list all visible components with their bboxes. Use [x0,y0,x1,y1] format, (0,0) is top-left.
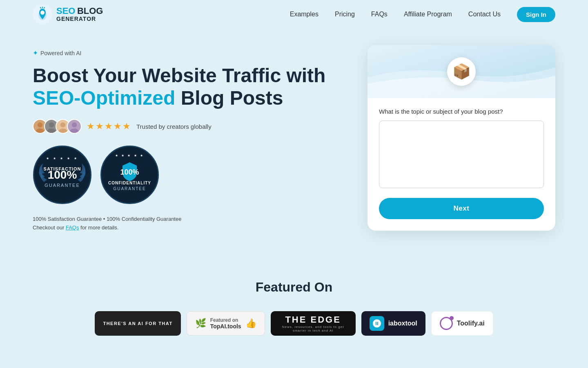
logo-blog-label: BLOG [77,6,103,16]
featured-logo-toolify: Toolify.ai [431,311,493,336]
svg-text:GUARANTEE: GUARANTEE [45,183,80,188]
nav-examples[interactable]: Examples [290,11,318,18]
svg-point-12 [72,123,77,128]
svg-line-4 [44,7,45,8]
svg-text:100%: 100% [120,168,139,176]
blog-topic-textarea[interactable] [379,121,544,188]
svg-text:CONFIDENTIALITY: CONFIDENTIALITY [108,181,151,185]
faqs-link[interactable]: FAQs [66,224,79,231]
svg-point-10 [60,123,65,128]
nav-contact[interactable]: Contact Us [468,11,501,18]
hero-title-line2: Blog Posts [181,87,283,109]
topai-hand-icon: 👍 [245,318,256,329]
topai-featured-text: Featured on [210,317,238,323]
nav-affiliate[interactable]: Affiliate Program [404,11,452,18]
badges-row: ★ ★ ★ ★ ★ SATISFACTION 100% GUARANTEE ★ … [33,145,343,204]
featured-title: Featured On [33,280,555,295]
iabox-icon [370,316,384,331]
form-card: 📦 What is the topic or subject of your b… [368,45,555,231]
svg-point-9 [47,129,56,133]
faqs-link-text: Checkout our FAQs for more details. [33,224,343,231]
svg-text:GUARANTEE: GUARANTEE [113,186,146,191]
toolify-name: Toolify.ai [457,320,485,327]
svg-point-7 [36,129,44,133]
hero-title-blue: SEO-Optimized [33,87,175,109]
logo[interactable]: SEO BLOG GENERATOR [33,4,103,24]
form-question: What is the topic or subject of your blo… [379,108,544,115]
svg-point-13 [70,129,78,133]
topai-icon: 🌿 [195,318,206,329]
svg-text:★ ★ ★ ★ ★: ★ ★ ★ ★ ★ [115,154,144,157]
the-edge-title: THE EDGE [285,314,341,325]
svg-point-6 [38,123,42,128]
svg-text:100%: 100% [48,168,77,181]
featured-logo-there-ai: THERE'S AN AI FOR THAT [95,311,180,336]
featured-logo-the-edge: THE EDGE News, resources, and tools to g… [271,311,356,336]
form-card-body: What is the topic or subject of your blo… [368,98,555,231]
the-edge-subtitle: News, resources, and tools to get smarte… [281,325,346,332]
stars-row: ★★★★★ Trusted by creators globally [33,119,343,134]
powered-label: Powered with AI [40,50,81,56]
hero-left: ✦ Powered with AI Boost Your Website Tra… [33,45,343,231]
powered-badge: ✦ Powered with AI [33,49,343,57]
svg-text:★ ★ ★ ★ ★: ★ ★ ★ ★ ★ [46,157,79,160]
svg-point-8 [49,123,54,128]
logo-seo-text: SEO [56,6,75,16]
logo-generator-text: GENERATOR [56,16,103,22]
featured-logo-topai: 🌿 Featured on TopAI.tools 👍 [187,311,265,336]
iabox-name: iaboxtool [388,320,417,327]
confidentiality-badge: ★ ★ ★ ★ ★ 100% CONFIDENTIALITY GUARANTEE [100,145,159,204]
featured-section: Featured On THERE'S AN AI FOR THAT 🌿 Fea… [0,255,588,352]
next-button[interactable]: Next [379,198,544,219]
there-ai-text: THERE'S AN AI FOR THAT [103,321,172,326]
hero-title-line1: Boost Your Website Traffic with [33,65,325,86]
svg-point-2 [40,11,45,15]
spark-icon: ✦ [33,49,38,57]
trusted-text: Trusted by creators globally [136,123,212,130]
signin-button[interactable]: Sign In [517,7,555,22]
nav-pricing[interactable]: Pricing [335,11,355,18]
satisfaction-badge: ★ ★ ★ ★ ★ SATISFACTION 100% GUARANTEE [33,145,92,204]
star-rating: ★★★★★ [87,121,131,132]
header: SEO BLOG GENERATOR Examples Pricing FAQs… [0,0,588,29]
hero-section: ✦ Powered with AI Boost Your Website Tra… [0,29,588,255]
featured-logo-iabox: iaboxtool [361,311,425,336]
featured-logos: THERE'S AN AI FOR THAT 🌿 Featured on Top… [33,311,555,336]
toolify-orbit-icon [440,317,453,330]
avatar-4 [67,119,82,134]
svg-line-5 [40,7,41,8]
bot-icon: 📦 [447,57,476,86]
nav-faqs[interactable]: FAQs [371,11,388,18]
guarantee-text: 100% Satisfaction Guarantee • 100% Confi… [33,216,343,222]
hero-title: Boost Your Website Traffic with SEO-Opti… [33,64,343,109]
avatar-group [33,119,82,134]
main-nav: Examples Pricing FAQs Affiliate Program … [290,7,555,22]
topai-name: TopAI.tools [210,323,241,330]
svg-point-11 [58,129,67,133]
form-card-header: 📦 [368,45,555,98]
